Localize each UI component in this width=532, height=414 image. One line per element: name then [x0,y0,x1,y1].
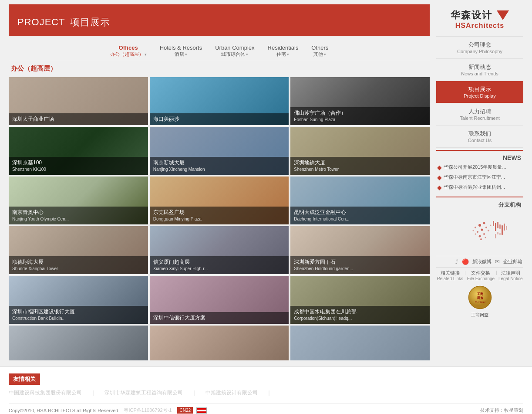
svg-point-10 [480,238,482,240]
tab-offices[interactable]: Offices 办公（超高层）▾ [110,44,147,58]
project-caption-3: 佛山苏宁广场（合作） Foshan Suning Plaza [290,107,430,125]
tab-residential-cn: 住宅▾ [268,51,299,58]
file-exchange[interactable]: 文件交换 File Exchange [467,270,495,281]
project-item-2[interactable]: 海口美丽沙 [150,77,289,125]
project-item-13[interactable]: 深圳市福田区建设银行大厦 Construction Bank Buildin..… [9,276,148,324]
related-links[interactable]: 相关链接 Related Links [437,270,463,281]
partner-divider-2: ｜ [192,389,197,397]
main-content: PROJECT 项目展示 Offices 办公（超高层）▾ Hotels & R… [0,0,532,366]
left-panel: PROJECT 项目展示 Offices 办公（超高层）▾ Hotels & R… [9,4,430,362]
sidebar-nav: 公司理念 Company Philosophy 新闻动态 News and Tr… [436,37,523,148]
news-item-2[interactable]: ◆ 华森中标南京市江宁区江宁... [436,173,523,183]
project-item-11[interactable]: 信义厦门超高层 Xiamen Xinyi Super High-r... [150,226,289,274]
project-caption-7: 南京青奥中心 Nanjing Youth Olympic Cen... [9,207,148,224]
svg-point-9 [475,234,476,235]
email-icon: ✉ [495,258,500,265]
sidebar-footer-links: 相关链接 Related Links | 文件交换 File Exchange … [436,267,523,283]
banner-title-cn: 项目展示 [70,17,110,27]
weibo-icon[interactable]: 🔴 [462,258,469,265]
svg-point-3 [485,227,487,228]
logo-cn: 华森设计 [451,9,492,22]
svg-rect-16 [497,222,498,228]
project-item-14[interactable]: 深圳中信银行大厦方案 [150,276,289,324]
logo-en-prefix: HS [455,22,466,29]
copyright-text: Copy©2010, HSA.RCHITECTS.all.Rights.Rese… [9,408,118,413]
project-item-4[interactable]: 深圳京基100 Shenzhen KK100 [9,127,148,175]
tab-urban-cn: 城市综合体▾ [215,51,254,58]
news-bullet-3: ◆ [437,184,442,191]
svg-text:网监: 网监 [477,296,483,299]
partner-3[interactable]: 中旭建筑设计有限公司 [205,389,258,397]
tab-others[interactable]: Others 其他▾ [311,44,328,58]
project-item-1[interactable]: 深圳太子商业广场 [9,77,148,125]
tab-residential-en: Residentials [268,44,299,51]
tab-others-en: Others [311,44,328,51]
project-item-7[interactable]: 南京青奥中心 Nanjing Youth Olympic Cen... [9,176,148,224]
svg-point-11 [485,237,486,238]
sidebar-nav-project[interactable]: 项目展示 Project Display [436,81,523,103]
sidebar-nav-contact[interactable]: 联系我们 Contact Us [436,126,523,148]
news-item-1[interactable]: ◆ 华森公司开展2015年度质量... [436,163,523,173]
logo-en-suffix: Architects [466,22,504,29]
partner-links: 中国建设科技集团股份有限公司 ｜ 深圳市华森建筑工程咨询有限公司 ｜ 中旭建筑设… [9,389,523,397]
page-wrapper: PROJECT 项目展示 Offices 办公（超高层）▾ Hotels & R… [0,0,532,414]
legal-notice[interactable]: 法律声明 Legal Notice [498,270,523,281]
friendly-links-tag: 友情相关 [9,373,40,385]
news-text-3: 华森中标香港兴业集团杭州... [444,184,505,190]
tab-hotels-cn: 酒店▾ [160,51,202,58]
sidebar-nav-talent[interactable]: 人力招聘 Talent Recruitment [436,103,523,126]
project-caption-6: 深圳地铁大厦 Shenzhen Metro Tower [290,157,430,175]
project-item-15[interactable]: 成都中国水电集团在川总部 Corporation(Sichuan)Headq..… [290,276,430,324]
social-row: ⤴ 🔴 新浪微博 ✉ 企业邮箱 [436,256,523,267]
news-bullet-2: ◆ [437,174,442,181]
banner-title: PROJECT 项目展示 [17,11,421,29]
copyright-bar: Copy©2010, HSA.RCHITECTS.all.Rights.Rese… [9,403,523,414]
project-item-17[interactable] [150,326,289,360]
icp-separator: 粤ICP备11036792号-1 [124,407,172,414]
project-item-8[interactable]: 东莞民盈广场 Dongguan Minying Plaza [150,176,289,224]
share-icon: ⤴ [455,258,458,265]
project-item-9[interactable]: 昆明大成泛亚金融中心 Dacheng International Cen... [290,176,430,224]
project-caption-11: 信义厦门超高层 Xiamen Xinyi Super High-r... [150,256,289,274]
svg-point-13 [490,225,492,226]
partner-1[interactable]: 中国建设科技集团股份有限公司 [9,389,82,397]
branch-map [436,210,523,254]
news-text-1: 华森公司开展2015年度质量... [444,164,506,170]
svg-text:工商: 工商 [477,292,483,295]
svg-point-12 [473,230,474,231]
logo-cn-row: 华森设计 [436,9,523,22]
news-item-3[interactable]: ◆ 华森中标香港兴业集团杭州... [436,183,523,193]
svg-point-7 [483,233,485,235]
project-item-12[interactable]: 深圳新爱方园丁石 Shenzhen Holdfound garden... [290,226,430,274]
divider-1: | [465,270,466,281]
logo-triangle-icon [497,10,509,20]
tab-hotels[interactable]: Hotels & Resorts 酒店▾ [160,44,202,58]
project-item-6[interactable]: 深圳地铁大厦 Shenzhen Metro Tower [290,127,430,175]
project-grid-row6 [9,326,430,360]
svg-text:电子标识: 电子标识 [475,301,485,303]
project-caption-14: 深圳中信银行大厦方案 [150,312,289,324]
svg-point-0 [478,224,481,227]
tab-offices-cn: 办公（超高层）▾ [110,51,147,58]
weibo-label[interactable]: 新浪微博 [472,258,492,265]
project-caption-15: 成都中国水电集团在川总部 Corporation(Sichuan)Headq..… [290,306,430,324]
tab-urban-en: Urban Complex [215,44,254,51]
sidebar-nav-news[interactable]: 新闻动态 News and Trends [436,59,523,81]
project-item-16[interactable] [9,326,148,360]
news-text-2: 华森中标南京市江宁区江宁... [444,174,505,180]
project-item-5[interactable]: 南京新城大厦 Nanjing Xincheng Mansion [150,127,289,175]
email-label[interactable]: 企业邮箱 [503,258,522,265]
project-item-18[interactable] [290,326,430,360]
project-caption-8: 东莞民盈广场 Dongguan Minying Plaza [150,207,289,224]
svg-rect-18 [502,225,503,235]
footer-section: 友情相关 中国建设科技集团股份有限公司 ｜ 深圳市华森建筑工程咨询有限公司 ｜ … [0,366,532,414]
tab-residential[interactable]: Residentials 住宅▾ [268,44,299,58]
tab-offices-en: Offices [110,44,147,51]
tab-urban[interactable]: Urban Complex 城市综合体▾ [215,44,254,58]
partner-2[interactable]: 深圳市华森建筑工程咨询有限公司 [104,389,183,397]
branch-map-svg [447,212,512,251]
project-item-10[interactable]: 顺德翔海大厦 Shunde Xianghai Tower [9,226,148,274]
sidebar-nav-philosophy[interactable]: 公司理念 Company Philosophy [436,37,523,59]
badge-label: 工商网监 [438,312,521,318]
project-item-3[interactable]: 佛山苏宁广场（合作） Foshan Suning Plaza [290,77,430,125]
